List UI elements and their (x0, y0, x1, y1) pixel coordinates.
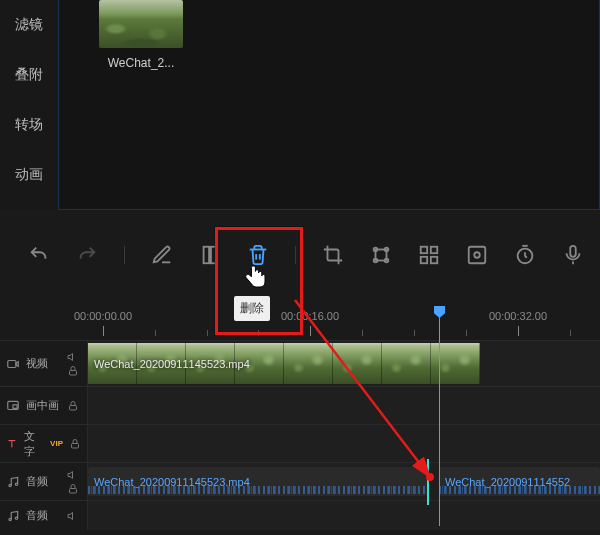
timeline-tracks: 视频 WeChat_20200911145523.mp4 画中画 (0, 340, 600, 530)
svg-rect-0 (204, 247, 210, 264)
thumb-image (99, 0, 183, 48)
tab-overlay[interactable]: 叠附 (0, 50, 58, 100)
timer-icon[interactable] (514, 244, 536, 266)
track-body-audio-2[interactable] (88, 501, 600, 530)
tab-filter[interactable]: 滤镜 (0, 0, 58, 50)
mute-icon[interactable] (67, 351, 79, 363)
tab-transition[interactable]: 转场 (0, 100, 58, 150)
mute-icon[interactable] (67, 510, 79, 522)
svg-rect-9 (421, 247, 427, 253)
svg-rect-18 (8, 360, 16, 367)
toolbar-separator (295, 246, 296, 264)
lock-icon[interactable] (67, 483, 79, 495)
audio-clip-2[interactable]: WeChat_2020091114552 (439, 467, 600, 496)
delete-tooltip: 删除 (234, 296, 270, 321)
svg-rect-12 (431, 257, 437, 263)
svg-rect-24 (70, 405, 77, 410)
audio-icon (6, 509, 20, 523)
undo-icon[interactable] (28, 244, 50, 266)
track-body-video[interactable]: WeChat_20200911145523.mp4 (88, 341, 600, 386)
transform-icon[interactable] (370, 244, 392, 266)
svg-marker-32 (68, 512, 73, 519)
track-body-pip[interactable] (88, 387, 600, 424)
pip-icon (6, 399, 20, 413)
svg-rect-10 (431, 247, 437, 253)
svg-marker-20 (68, 353, 73, 360)
track-tools (69, 438, 81, 450)
left-tabs: 滤镜 叠附 转场 动画 (0, 0, 58, 210)
time-ruler[interactable]: 00:00:00.00 00:00:16.00 00:00:32.00 (88, 306, 600, 336)
cursor-hand-icon (245, 264, 267, 293)
svg-marker-28 (68, 471, 73, 478)
mic-icon[interactable] (562, 244, 584, 266)
track-label: 画中画 (26, 398, 59, 413)
delete-icon[interactable] (247, 244, 269, 266)
media-thumb[interactable]: WeChat_2... (99, 0, 183, 70)
text-icon (6, 437, 18, 451)
track-head-audio-2: 音频 (0, 501, 88, 530)
video-icon (6, 357, 20, 371)
track-tools (67, 351, 81, 377)
redo-icon[interactable] (76, 244, 98, 266)
svg-rect-29 (70, 488, 77, 493)
svg-point-31 (15, 517, 17, 519)
clip-gap-marker (427, 459, 429, 505)
svg-rect-21 (70, 370, 77, 375)
lock-icon[interactable] (67, 365, 79, 377)
svg-rect-23 (13, 404, 17, 408)
svg-point-30 (9, 518, 11, 520)
audio-icon (6, 475, 20, 489)
mute-icon[interactable] (67, 469, 79, 481)
split-icon[interactable] (199, 244, 221, 266)
track-head-audio: 音频 (0, 463, 88, 500)
grid-icon[interactable] (418, 244, 440, 266)
audio-waveform (439, 486, 600, 494)
lock-icon[interactable] (67, 400, 79, 412)
media-panel: 滤镜 叠附 转场 动画 WeChat_2... (0, 0, 600, 210)
record-icon[interactable] (466, 244, 488, 266)
svg-rect-1 (211, 247, 217, 264)
ruler-ticks (88, 322, 600, 336)
playhead[interactable] (439, 306, 440, 526)
ruler-time: 00:00:16.00 (281, 310, 339, 322)
track-text: 文字 VIP (0, 424, 600, 462)
timeline-toolbar (0, 230, 600, 280)
lock-icon[interactable] (69, 438, 81, 450)
svg-rect-13 (469, 247, 486, 264)
svg-point-27 (15, 483, 17, 485)
track-tools (67, 400, 81, 412)
thumb-label: WeChat_2... (99, 56, 183, 70)
track-pip: 画中画 (0, 386, 600, 424)
track-label: 音频 (26, 508, 48, 523)
track-head-text: 文字 VIP (0, 425, 88, 462)
track-label: 音频 (26, 474, 48, 489)
svg-point-14 (474, 252, 480, 258)
track-label: 文字 (24, 429, 42, 459)
track-audio: 音频 WeChat_20200911145523.mp4 WeChat_2020… (0, 462, 600, 500)
track-label: 视频 (26, 356, 48, 371)
track-head-pip: 画中画 (0, 387, 88, 424)
track-audio-2: 音频 (0, 500, 600, 530)
ruler-time: 00:00:00.00 (74, 310, 132, 322)
track-head-video: 视频 (0, 341, 88, 386)
svg-rect-11 (421, 257, 427, 263)
clip-filename: WeChat_20200911145523.mp4 (94, 358, 250, 370)
crop-icon[interactable] (322, 244, 344, 266)
tab-animation[interactable]: 动画 (0, 150, 58, 200)
audio-clip-1[interactable]: WeChat_20200911145523.mp4 (88, 467, 427, 496)
edit-icon[interactable] (151, 244, 173, 266)
svg-rect-25 (72, 443, 79, 448)
svg-rect-16 (570, 246, 576, 257)
track-tools (67, 469, 81, 495)
ruler-time: 00:00:32.00 (489, 310, 547, 322)
track-body-audio[interactable]: WeChat_20200911145523.mp4 WeChat_2020091… (88, 463, 600, 500)
track-tools (67, 510, 81, 522)
svg-point-26 (9, 484, 11, 486)
track-video: 视频 WeChat_20200911145523.mp4 (0, 340, 600, 386)
vip-badge: VIP (50, 439, 63, 448)
audio-waveform (88, 486, 427, 494)
toolbar-separator (124, 246, 125, 264)
media-area[interactable]: WeChat_2... (58, 0, 600, 210)
track-body-text[interactable] (88, 425, 600, 462)
